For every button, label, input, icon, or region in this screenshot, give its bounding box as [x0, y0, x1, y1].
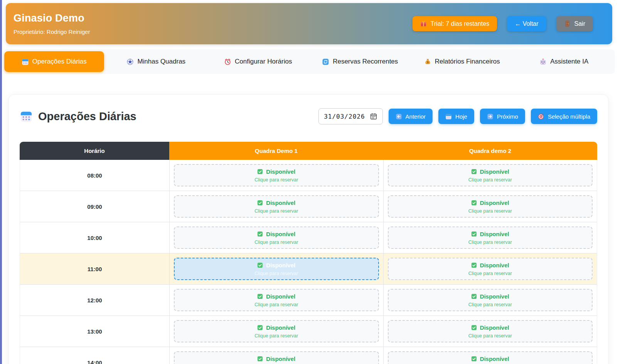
next-day-button[interactable]: Próximo: [480, 109, 525, 124]
check-icon: [471, 325, 477, 330]
court-cell: DisponívelClique para reservar: [384, 285, 597, 315]
header-actions: Trial: 7 dias restantes ← Voltar Sair: [413, 16, 593, 31]
check-icon: [471, 200, 477, 206]
court-cell: DisponívelClique para reservar: [384, 347, 597, 364]
tab-operacoes-diarias[interactable]: Operações Diárias: [4, 51, 104, 72]
check-icon: [257, 169, 263, 174]
tab-relatorios-financeiros[interactable]: $ Relatórios Financeiros: [412, 51, 512, 72]
check-icon: [257, 325, 263, 330]
slot-status: Disponível: [471, 356, 509, 362]
slot-hint: Clique para reservar: [254, 333, 298, 339]
court-cell: DisponívelClique para reservar: [170, 253, 384, 284]
date-value: 31/03/2026: [324, 113, 365, 120]
trial-badge-button[interactable]: Trial: 7 dias restantes: [413, 16, 497, 31]
slot-hint: Clique para reservar: [468, 302, 512, 307]
court-cell: DisponívelClique para reservar: [170, 347, 384, 364]
slot-status: Disponível: [471, 324, 509, 331]
slot-available[interactable]: DisponívelClique para reservar: [388, 226, 593, 249]
slot-status: Disponível: [257, 231, 295, 237]
recurring-arrows-icon: [322, 58, 329, 65]
logout-button[interactable]: Sair: [556, 16, 593, 31]
slot-available[interactable]: DisponívelClique para reservar: [388, 258, 593, 280]
app-subtitle: Proprietário: Rodrigo Reiniger: [13, 29, 90, 35]
slot-available-selected[interactable]: DisponívelClique para reservar: [174, 258, 379, 280]
app-title: Ginasio Demo: [13, 12, 90, 24]
slot-hint: Clique para reservar: [254, 240, 298, 245]
tab-minhas-quadras[interactable]: Minhas Quadras: [106, 51, 206, 72]
money-bag-icon: $: [424, 58, 431, 65]
court-cell: DisponívelClique para reservar: [170, 285, 384, 315]
check-icon: [257, 262, 263, 268]
table-row: 11:00DisponívelClique para reservarDispo…: [20, 253, 597, 285]
robot-icon: [539, 58, 547, 65]
table-row: 13:00DisponívelClique para reservarDispo…: [20, 316, 597, 347]
multi-select-button[interactable]: Seleção múltipla: [531, 109, 597, 124]
table-row: 10:00DisponívelClique para reservarDispo…: [20, 222, 597, 253]
slot-status: Disponível: [257, 356, 295, 362]
app-identity: Ginasio Demo Proprietário: Rodrigo Reini…: [13, 12, 90, 35]
calendar-icon: [445, 113, 452, 120]
slot-hint: Clique para reservar: [254, 208, 298, 214]
slot-hint: Clique para reservar: [468, 177, 512, 183]
slot-status: Disponível: [471, 293, 509, 300]
slot-hint: Clique para reservar: [254, 177, 298, 183]
datepicker-icon[interactable]: [370, 112, 377, 120]
slot-available[interactable]: DisponívelClique para reservar: [388, 289, 593, 311]
time-cell: 08:00: [20, 160, 170, 191]
date-controls: 31/03/2026 Anterior Hoje Próximo Seleção…: [318, 108, 597, 124]
calendar-icon: [20, 110, 33, 123]
page-edge-strip: [0, 0, 2, 364]
arrow-left-icon: [396, 113, 402, 120]
column-header-time: Horário: [20, 142, 169, 160]
soccer-ball-icon: [126, 58, 134, 65]
card-header: Operações Diárias 31/03/2026 Anterior Ho…: [20, 106, 597, 126]
slot-available[interactable]: DisponívelClique para reservar: [388, 164, 593, 186]
slot-status: Disponível: [471, 262, 509, 268]
column-header-court-1: Quadra Demo 1: [169, 142, 383, 160]
column-header-court-2: Quadra demo 2: [383, 142, 597, 160]
page-title: Operações Diárias: [38, 110, 136, 123]
previous-day-button[interactable]: Anterior: [389, 109, 433, 124]
court-cell: DisponívelClique para reservar: [384, 316, 597, 347]
slot-available[interactable]: DisponívelClique para reservar: [174, 320, 379, 342]
court-cell: DisponívelClique para reservar: [384, 253, 597, 284]
table-row: 09:00DisponívelClique para reservarDispo…: [20, 191, 597, 222]
slot-hint: Clique para reservar: [468, 208, 512, 214]
time-cell: 10:00: [20, 222, 170, 253]
check-icon: [257, 231, 263, 237]
tab-configurar-horarios[interactable]: Configurar Horários: [208, 51, 308, 72]
slot-hint: Clique para reservar: [468, 271, 512, 276]
table-body: 08:00DisponívelClique para reservarDispo…: [20, 160, 597, 364]
tab-reservas-recorrentes[interactable]: Reservas Recorrentes: [310, 51, 410, 72]
tab-assistente-ia[interactable]: Assistente IA: [514, 51, 614, 72]
slot-available[interactable]: DisponívelClique para reservar: [174, 289, 379, 311]
calendar-icon: [22, 58, 29, 65]
check-icon: [257, 294, 263, 299]
slot-available[interactable]: DisponívelClique para reservar: [388, 195, 593, 218]
target-icon: [538, 113, 544, 120]
court-cell: DisponívelClique para reservar: [384, 191, 597, 222]
court-cell: DisponívelClique para reservar: [170, 316, 384, 347]
time-cell: 09:00: [20, 191, 170, 222]
slot-available[interactable]: DisponívelClique para reservar: [174, 164, 379, 186]
alarm-clock-icon: [224, 58, 231, 65]
slot-status: Disponível: [257, 200, 295, 206]
time-cell: 14:00: [20, 347, 170, 364]
court-cell: DisponívelClique para reservar: [384, 160, 597, 191]
slot-available[interactable]: DisponívelClique para reservar: [174, 226, 379, 249]
slot-hint: Clique para reservar: [254, 302, 298, 307]
slot-available[interactable]: DisponívelClique para reservar: [174, 351, 379, 364]
check-icon: [471, 356, 477, 362]
slot-hint: Clique para reservar: [254, 271, 298, 276]
slot-status: Disponível: [257, 262, 295, 268]
check-icon: [471, 231, 477, 237]
schedule-table: Horário Quadra Demo 1 Quadra demo 2 08:0…: [20, 142, 597, 364]
slot-available[interactable]: DisponívelClique para reservar: [174, 195, 379, 218]
table-row: 08:00DisponívelClique para reservarDispo…: [20, 160, 597, 191]
slot-available[interactable]: DisponívelClique para reservar: [388, 320, 593, 342]
date-input[interactable]: 31/03/2026: [318, 108, 382, 124]
check-icon: [471, 262, 477, 268]
back-button[interactable]: ← Voltar: [507, 16, 546, 31]
slot-available[interactable]: DisponívelClique para reservar: [388, 351, 593, 364]
today-button[interactable]: Hoje: [438, 109, 474, 124]
